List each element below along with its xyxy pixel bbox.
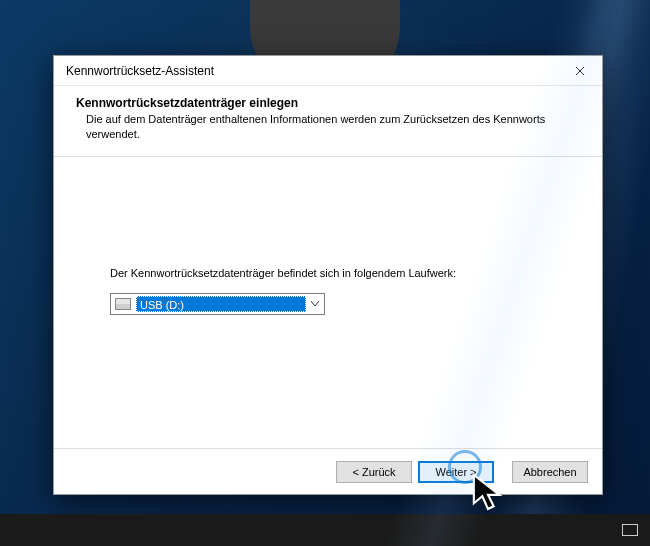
chevron-down-icon <box>306 294 324 314</box>
drive-prompt: Der Kennwortrücksetzdatenträger befindet… <box>110 267 562 279</box>
tray-keyboard-icon[interactable] <box>622 524 638 536</box>
usb-drive-icon <box>115 298 131 310</box>
drive-combobox[interactable]: USB (D:) <box>110 293 325 315</box>
desktop: Kennwortrücksetz-Assistent Kennwortrücks… <box>0 0 650 546</box>
wizard-subtext: Die auf dem Datenträger enthaltenen Info… <box>76 112 580 142</box>
taskbar <box>0 514 650 546</box>
titlebar: Kennwortrücksetz-Assistent <box>54 56 602 86</box>
wizard-heading: Kennwortrücksetzdatenträger einlegen <box>76 96 580 110</box>
close-icon <box>575 66 585 76</box>
wizard-content: Der Kennwortrücksetzdatenträger befindet… <box>54 157 602 315</box>
next-button[interactable]: Weiter > <box>418 461 494 483</box>
drive-selected-value: USB (D:) <box>136 296 306 312</box>
back-button[interactable]: < Zurück <box>336 461 412 483</box>
close-button[interactable] <box>558 56 602 85</box>
window-title: Kennwortrücksetz-Assistent <box>66 64 558 78</box>
wizard-header: Kennwortrücksetzdatenträger einlegen Die… <box>54 86 602 150</box>
wizard-window: Kennwortrücksetz-Assistent Kennwortrücks… <box>53 55 603 495</box>
button-bar: < Zurück Weiter > Abbrechen <box>54 448 602 494</box>
cancel-button[interactable]: Abbrechen <box>512 461 588 483</box>
